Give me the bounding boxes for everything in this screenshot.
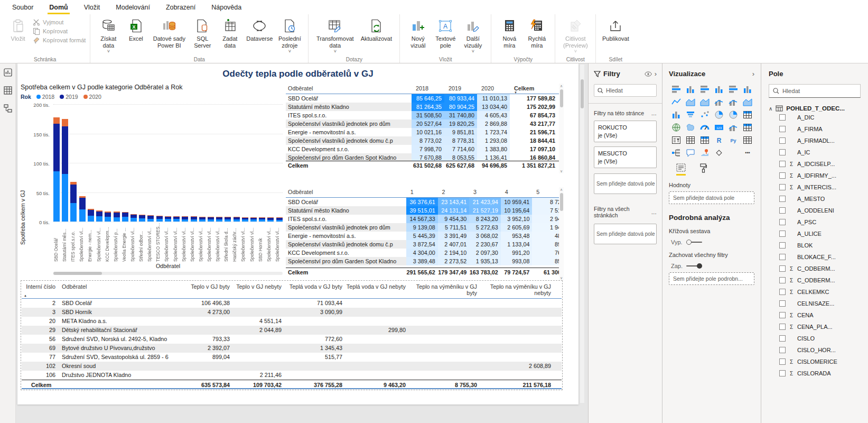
gauge-icon[interactable]	[697, 122, 712, 133]
report-view-icon[interactable]	[0, 63, 16, 81]
keep-filters-toggle[interactable]: Zap.	[669, 263, 754, 269]
chart-horizontal-scrollbar[interactable]	[53, 272, 283, 275]
text-box-button[interactable]: A Textové pole	[432, 16, 459, 50]
model-view-icon[interactable]	[0, 99, 16, 117]
legend-item-2019[interactable]: 2019	[60, 94, 78, 100]
matrix-months-visual[interactable]: Odběratel12345SBD Ocelář36 376,6123 143,…	[286, 187, 564, 280]
line-column-icon[interactable]	[712, 97, 726, 107]
more-options-icon[interactable]: …	[651, 110, 657, 116]
field-checkbox[interactable]	[779, 207, 786, 214]
more-options-icon[interactable]: …	[651, 209, 657, 215]
card-icon[interactable]: 123	[712, 122, 726, 133]
field-item-A_IC[interactable]: ΣA_IC	[769, 146, 868, 158]
enter-data-button[interactable]: Zadat data	[216, 16, 244, 50]
python-icon[interactable]: Py	[726, 135, 740, 145]
bar-Hasičský záchr...[interactable]	[234, 217, 240, 222]
funnel-icon[interactable]	[683, 109, 697, 120]
copy-button[interactable]: Kopírovat	[33, 27, 86, 35]
filters-page-dropzone[interactable]: Sem přidejte datová pole	[594, 173, 657, 194]
field-item-A_IDCISELP...[interactable]: ΣA_IDCISELP...	[769, 158, 868, 170]
sql-server-button[interactable]: SQL Server	[189, 16, 216, 50]
bar-Společenství vl...[interactable]	[147, 215, 154, 222]
bar-KCC Developm...[interactable]	[105, 212, 111, 222]
field-item-A_PSC[interactable]: ΣA_PSC	[769, 216, 868, 228]
area-stacked-icon[interactable]	[697, 97, 712, 107]
field-item-A_DIC[interactable]: ΣA_DIC	[769, 112, 868, 123]
field-checkbox[interactable]	[779, 196, 786, 202]
legend-item-2020[interactable]: 2020	[83, 94, 101, 100]
canvas-vertical-scrollbar[interactable]	[580, 65, 584, 403]
powerbi-datasets-button[interactable]: Datové sady Power BI	[150, 16, 189, 50]
paste-button[interactable]: Vložit	[4, 16, 32, 44]
bar-Společenství vl...[interactable]	[267, 217, 274, 222]
format-tab[interactable]	[699, 163, 707, 176]
table-row[interactable]: Energie - nemovitostní a.s.5 445,393 391…	[286, 232, 564, 240]
matrix-icon[interactable]	[697, 135, 712, 145]
table-row[interactable]: Statutární město Kladno81 264,3580 904,2…	[286, 103, 564, 111]
table-row[interactable]: 56Sdružení SVD, Norská ul. 2492-5, Kladn…	[22, 335, 562, 344]
table-row[interactable]: Společenství pro dům Garden Spot Kladno3…	[286, 257, 564, 265]
legend-item-2018[interactable]: 2018	[36, 94, 54, 100]
field-item-A_ULICE[interactable]: ΣA_ULICE	[769, 228, 868, 240]
table-row[interactable]: KCC Development s.r.o.4 304,002 194,102 …	[286, 249, 564, 257]
tab-soubor[interactable]: Soubor	[4, 2, 41, 13]
bar-Společenství vl...[interactable]	[250, 217, 257, 222]
field-checkbox[interactable]	[779, 277, 786, 283]
bar-Společenství vl...[interactable]	[191, 216, 197, 222]
field-checkbox[interactable]	[779, 254, 786, 260]
fields-search-input[interactable]: Hledat	[769, 84, 861, 98]
column-stacked-icon[interactable]	[683, 84, 697, 95]
table-row[interactable]: 20META Kladno a.s.4 551,14	[22, 317, 562, 326]
bar-SBD Horník[interactable]	[259, 217, 265, 222]
tab-vlozit[interactable]: Vložit	[76, 2, 108, 13]
bar-Střední odbor...[interactable]	[139, 215, 145, 222]
map-icon[interactable]	[669, 122, 683, 133]
kpi-icon[interactable]	[726, 122, 740, 133]
field-checkbox[interactable]	[779, 231, 786, 237]
filled-map-icon[interactable]	[683, 122, 697, 133]
field-checkbox[interactable]	[779, 358, 786, 365]
table-row[interactable]: 3SBD Horník4 273,003 090,99	[22, 308, 562, 317]
table-vertical-scrollbar[interactable]: ∧∨	[559, 187, 564, 280]
slicer-icon[interactable]	[669, 135, 683, 145]
field-item-BLOKACE_F...[interactable]: ΣBLOKACE_F...	[769, 251, 868, 263]
field-item-A_IDFIRMY_...[interactable]: ΣA_IDFIRMY_...	[769, 170, 868, 181]
bar-Společenství vl...[interactable]	[216, 217, 222, 222]
recent-sources-button[interactable]: Poslední zdroje	[275, 16, 304, 56]
waterfall-icon[interactable]	[669, 109, 683, 120]
donut-icon[interactable]	[726, 109, 740, 120]
table-row[interactable]: 2SBD Ocelář106 496,3871 093,44	[22, 299, 562, 308]
bar-Společenství vl...[interactable]	[199, 217, 206, 222]
sensitivity-button[interactable]: Citlivost (Preview)	[559, 16, 591, 56]
more-visuals-icon[interactable]: •••	[740, 148, 754, 158]
bar-TESCO STORES...[interactable]	[156, 216, 163, 222]
field-checkbox[interactable]	[779, 347, 786, 353]
field-checkbox[interactable]	[779, 137, 786, 144]
field-checkbox[interactable]	[779, 242, 786, 249]
bar-Veolia Energie ...[interactable]	[122, 212, 128, 222]
table-icon[interactable]	[683, 135, 697, 145]
field-item-C_ODBERM...[interactable]: ΣC_ODBERM...	[769, 263, 868, 274]
table-row[interactable]: 69Bytové družstvo U Pivovaru,družstvo2 3…	[22, 344, 562, 353]
table-row[interactable]: Společenství vlastníků jednotek domu č.p…	[286, 136, 564, 145]
values-dropzone[interactable]: Sem přidejte datová pole	[669, 191, 754, 204]
quick-measure-button[interactable]: Rychlá míra	[523, 16, 550, 50]
line-clustered-column-icon[interactable]	[726, 97, 740, 107]
field-item-C_ODBERM...[interactable]: ΣC_ODBERM...	[769, 274, 868, 286]
scatter-icon[interactable]	[697, 109, 712, 120]
table-row[interactable]: SBD Ocelář85 646,2580 933,4411 010,13177…	[286, 94, 564, 103]
field-checkbox[interactable]	[779, 149, 786, 155]
more-visuals-button[interactable]: Další vizuály	[459, 16, 487, 56]
format-painter-button[interactable]: Kopírovat formát	[33, 36, 86, 44]
bar-ITES spol.s.r.o.[interactable]	[70, 182, 77, 222]
tab-domu[interactable]: Domů	[41, 2, 76, 13]
field-item-A_FIRMADL...[interactable]: ΣA_FIRMADL...	[769, 135, 868, 146]
bar-Společenství vl...[interactable]	[208, 217, 214, 222]
r-script-icon[interactable]: R	[712, 135, 726, 145]
field-item-CISLORADA[interactable]: ΣCISLORADA	[769, 367, 868, 379]
field-checkbox[interactable]	[779, 300, 786, 307]
field-checkbox[interactable]	[779, 265, 786, 272]
data-view-icon[interactable]	[0, 81, 16, 99]
bar-Společenství vl...[interactable]	[182, 216, 188, 222]
ribbon-icon[interactable]	[740, 97, 754, 107]
